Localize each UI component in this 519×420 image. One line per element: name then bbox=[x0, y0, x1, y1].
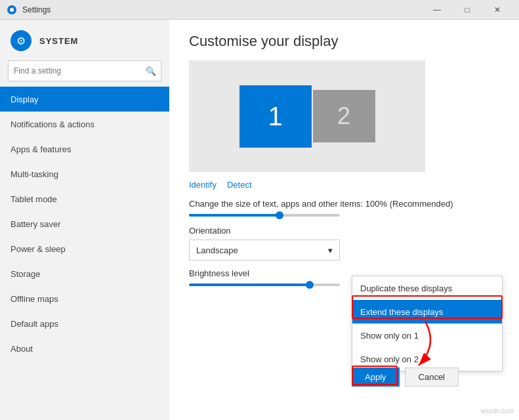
sidebar-item-power[interactable]: Power & sleep bbox=[0, 236, 169, 261]
identify-link[interactable]: Identify bbox=[189, 180, 217, 190]
app-icon bbox=[7, 5, 17, 15]
sidebar-header: ⚙ SYSTEM bbox=[0, 20, 169, 58]
window-title: Settings bbox=[22, 5, 422, 14]
action-buttons: Apply Cancel bbox=[352, 368, 459, 387]
sidebar-item-about[interactable]: About bbox=[0, 336, 169, 361]
sidebar: ⚙ SYSTEM 🔍 Display Notifications & actio… bbox=[0, 20, 169, 420]
dropdown-item-show1[interactable]: Show only on 1 bbox=[352, 324, 502, 347]
brightness-fill bbox=[189, 284, 310, 286]
main-content: Customise your display 1 2 Identify Dete… bbox=[169, 20, 519, 420]
apply-button[interactable]: Apply bbox=[352, 368, 400, 387]
system-icon: ⚙ bbox=[10, 30, 31, 51]
watermark: wsxdn.com bbox=[481, 408, 514, 415]
display-preview: 1 2 bbox=[189, 60, 425, 172]
text-size-slider[interactable] bbox=[189, 214, 340, 217]
page-title: Customise your display bbox=[189, 33, 499, 50]
chevron-down-icon: ▾ bbox=[328, 245, 333, 255]
search-input[interactable] bbox=[8, 60, 161, 81]
brightness-thumb bbox=[306, 281, 314, 289]
sidebar-item-tablet[interactable]: Tablet mode bbox=[0, 186, 169, 211]
dropdown-item-extend[interactable]: Extend these displays bbox=[352, 300, 502, 324]
slider-fill bbox=[189, 214, 280, 217]
app-container: ⚙ SYSTEM 🔍 Display Notifications & actio… bbox=[0, 20, 519, 420]
sidebar-item-default[interactable]: Default apps bbox=[0, 311, 169, 336]
search-container: 🔍 bbox=[8, 60, 161, 81]
sidebar-item-notifications[interactable]: Notifications & actions bbox=[0, 112, 169, 136]
sidebar-item-battery[interactable]: Battery saver bbox=[0, 211, 169, 236]
orientation-value: Landscape bbox=[196, 245, 238, 255]
app-title: SYSTEM bbox=[39, 36, 78, 46]
titlebar: Settings — □ ✕ bbox=[0, 0, 519, 20]
maximize-button[interactable]: □ bbox=[452, 0, 482, 20]
slider-thumb bbox=[276, 211, 283, 219]
detect-link[interactable]: Detect bbox=[227, 180, 252, 190]
orientation-label: Orientation bbox=[189, 226, 499, 236]
svg-point-1 bbox=[10, 8, 14, 12]
sidebar-item-multitasking[interactable]: Multi-tasking bbox=[0, 161, 169, 186]
text-size-label: Change the size of text, apps and other … bbox=[189, 199, 499, 209]
window-controls: — □ ✕ bbox=[422, 0, 512, 20]
brightness-slider[interactable] bbox=[189, 284, 340, 286]
close-button[interactable]: ✕ bbox=[482, 0, 512, 20]
monitor-2[interactable]: 2 bbox=[313, 90, 375, 142]
sidebar-item-storage[interactable]: Storage bbox=[0, 261, 169, 286]
sidebar-item-apps[interactable]: Apps & features bbox=[0, 136, 169, 161]
monitor-1[interactable]: 1 bbox=[239, 85, 312, 148]
dropdown-item-duplicate[interactable]: Duplicate these displays bbox=[352, 276, 502, 300]
minimize-button[interactable]: — bbox=[422, 0, 452, 20]
search-icon: 🔍 bbox=[146, 66, 156, 76]
sidebar-item-offline[interactable]: Offline maps bbox=[0, 286, 169, 311]
sidebar-nav: Display Notifications & actions Apps & f… bbox=[0, 87, 169, 420]
sidebar-item-display[interactable]: Display bbox=[0, 87, 169, 112]
cancel-button[interactable]: Cancel bbox=[405, 368, 459, 387]
slider-track bbox=[189, 214, 340, 217]
display-links: Identify Detect bbox=[189, 180, 499, 190]
orientation-dropdown[interactable]: Landscape ▾ bbox=[189, 240, 340, 261]
multiple-displays-dropdown: Duplicate these displays Extend these di… bbox=[352, 276, 503, 371]
